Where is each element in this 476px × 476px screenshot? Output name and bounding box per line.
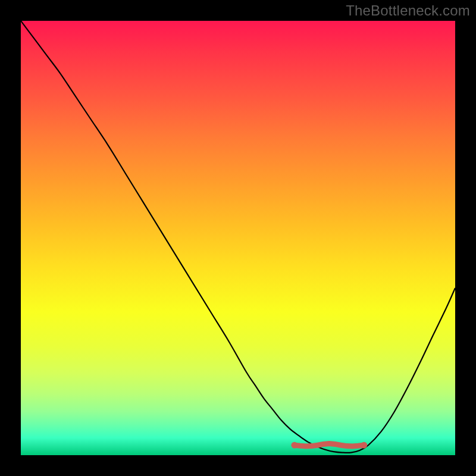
optimal-range-marker xyxy=(295,443,364,446)
curve-layer xyxy=(21,21,455,455)
bottleneck-curve xyxy=(21,21,455,453)
plot-area xyxy=(21,21,455,455)
watermark-text: TheBottleneck.com xyxy=(346,2,470,19)
chart-frame: TheBottleneck.com xyxy=(0,0,476,476)
optimal-range-end-dot xyxy=(361,442,367,449)
optimal-range-start-dot xyxy=(291,442,298,449)
